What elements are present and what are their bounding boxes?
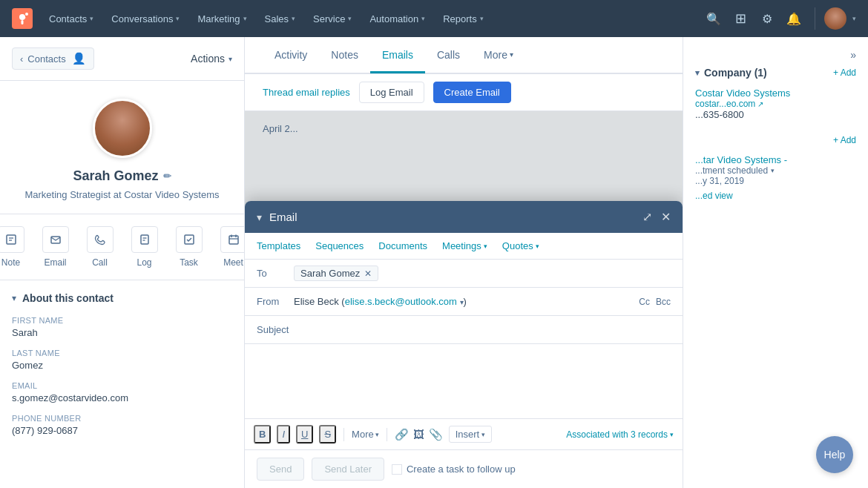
toolbar-sequences[interactable]: Sequences [315, 240, 364, 251]
strikethrough-button[interactable]: S [319, 425, 336, 444]
svg-rect-13 [229, 236, 238, 244]
compose-to-row: To Sarah Gomez ✕ [245, 260, 683, 288]
user-avatar[interactable] [824, 7, 846, 30]
help-button[interactable]: Help [816, 436, 853, 473]
attachment-icon[interactable]: 📎 [429, 428, 443, 441]
bcc-button[interactable]: Bcc [656, 297, 671, 307]
toolbar-quotes[interactable]: Quotes ▾ [502, 240, 539, 251]
italic-button[interactable]: I [277, 425, 290, 444]
task-button[interactable]: Task [176, 226, 203, 268]
note-icon [0, 226, 24, 253]
call-button[interactable]: Call [87, 226, 114, 268]
subject-input[interactable] [294, 324, 671, 335]
chevron-icon: ▾ [176, 15, 180, 22]
nav-contacts[interactable]: Contacts▾ [42, 9, 101, 29]
back-to-contacts[interactable]: ‹ Contacts 👤 [12, 47, 94, 70]
deal-view-link[interactable]: ...ed view [695, 191, 733, 201]
compose-body-area[interactable] [245, 344, 683, 418]
email-button[interactable]: Email [42, 226, 69, 268]
add-company-button[interactable]: + Add [833, 67, 856, 78]
send-button[interactable]: Send [257, 458, 304, 481]
associated-records-button[interactable]: Associated with 3 records ▾ [566, 429, 674, 440]
chevron-icon: ▾ [90, 15, 93, 22]
cc-bcc-buttons: Cc Bcc [639, 297, 671, 307]
chevron-icon: ▾ [348, 15, 352, 22]
edit-name-icon[interactable]: ✏ [163, 171, 171, 182]
svg-point-3 [25, 13, 28, 16]
chevron-icon: ▾ [292, 15, 295, 22]
underline-button[interactable]: U [296, 425, 313, 444]
from-email-link[interactable]: elise.s.beck@outlook.com [345, 296, 457, 307]
compose-subject-row[interactable]: Subject [245, 316, 683, 344]
tab-notes[interactable]: Notes [319, 39, 370, 73]
nav-service[interactable]: Service▾ [306, 9, 359, 29]
tab-emails[interactable]: Emails [370, 39, 425, 73]
add-deal-button[interactable]: + Add [833, 135, 856, 145]
app-layout: ‹ Contacts 👤 Actions ▾ Sarah Gomez ✏ Mar… [0, 37, 868, 488]
follow-up-checkbox-container[interactable]: Create a task to follow up [392, 464, 516, 475]
hubspot-logo[interactable] [12, 8, 33, 29]
company-section: ▾ Company (1) + Add Costar Video Systems… [695, 67, 856, 120]
about-header[interactable]: ▾ About this contact [12, 292, 232, 304]
modal-close-icon[interactable]: ✕ [661, 210, 671, 224]
nav-conversations[interactable]: Conversations▾ [104, 9, 187, 29]
modal-collapse-icon[interactable]: ▾ [257, 211, 262, 223]
nav-marketing[interactable]: Marketing▾ [190, 9, 254, 29]
link-icon[interactable]: 🔗 [395, 428, 409, 441]
notifications-icon[interactable]: 🔔 [782, 7, 806, 30]
bold-button[interactable]: B [254, 425, 271, 444]
actions-button[interactable]: Actions ▾ [191, 53, 232, 65]
email-icon [42, 226, 69, 253]
contact-profile: Sarah Gomez ✏ Marketing Strategist at Co… [0, 81, 244, 214]
field-last-name: Last name Gomez [12, 349, 232, 371]
nav-automation[interactable]: Automation▾ [362, 9, 433, 29]
follow-up-checkbox[interactable] [392, 464, 402, 475]
log-icon [131, 226, 158, 253]
toolbar-templates[interactable]: Templates [257, 240, 300, 251]
nav-sales[interactable]: Sales▾ [257, 9, 303, 29]
modal-toolbar: Templates Sequences Documents Meetings ▾… [245, 233, 683, 260]
log-button[interactable]: Log [131, 226, 158, 268]
create-email-button[interactable]: Create Email [433, 82, 511, 103]
note-button[interactable]: Note [0, 226, 24, 268]
from-dropdown-icon[interactable]: ▾ [460, 298, 464, 306]
insert-button[interactable]: Insert ▾ [449, 426, 493, 443]
company-chevron-icon[interactable]: ▾ [695, 68, 700, 78]
chevron-icon: ▾ [421, 15, 425, 22]
to-recipient-tag: Sarah Gomez ✕ [294, 266, 378, 281]
tab-more[interactable]: More ▾ [472, 39, 525, 73]
meet-button[interactable]: Meet [220, 226, 246, 268]
deals-section-header: + Add [695, 135, 856, 145]
toolbar-meetings[interactable]: Meetings ▾ [442, 240, 487, 251]
marketplace-icon[interactable]: ⊞ [729, 7, 752, 30]
company-url-link[interactable]: costar...eo.com ↗ [695, 99, 856, 109]
nav-reports[interactable]: Reports▾ [435, 9, 491, 29]
external-link-icon: ↗ [757, 100, 763, 108]
company-name-link[interactable]: Costar Video Systems [695, 88, 856, 99]
thread-email-link[interactable]: Thread email replies [263, 87, 350, 98]
toolbar-documents[interactable]: Documents [378, 240, 427, 251]
contact-title: Marketing Strategist at Costar Video Sys… [24, 188, 219, 202]
image-icon[interactable]: 🖼 [413, 428, 424, 441]
tab-activity[interactable]: Activity [263, 39, 319, 73]
deal-name-link[interactable]: ...tar Video Systems - [695, 154, 856, 165]
sidebar-toggle[interactable]: » [695, 49, 856, 61]
follow-up-label: Create a task to follow up [407, 464, 516, 475]
send-later-button[interactable]: Send Later [312, 458, 384, 481]
back-arrow-icon: ‹ [20, 53, 23, 65]
modal-expand-icon[interactable]: ⤢ [642, 210, 652, 224]
cc-button[interactable]: Cc [639, 297, 650, 307]
remove-recipient-icon[interactable]: ✕ [364, 268, 372, 279]
more-chevron-icon: ▾ [510, 50, 513, 59]
editor-toolbar: B I U S More ▾ 🔗 🖼 📎 [245, 418, 683, 449]
more-formatting-button[interactable]: More ▾ [352, 429, 379, 440]
tab-calls[interactable]: Calls [425, 39, 472, 73]
field-email: Email s.gomez@costarvideo.com [12, 381, 232, 403]
about-chevron-icon: ▾ [12, 293, 16, 303]
contact-avatar [93, 99, 152, 158]
quotes-chevron-icon: ▾ [536, 243, 539, 250]
settings-icon[interactable]: ⚙ [755, 7, 779, 30]
chevron-icon: ▾ [480, 15, 484, 22]
log-email-button[interactable]: Log Email [359, 82, 424, 103]
search-icon[interactable]: 🔍 [702, 7, 726, 30]
